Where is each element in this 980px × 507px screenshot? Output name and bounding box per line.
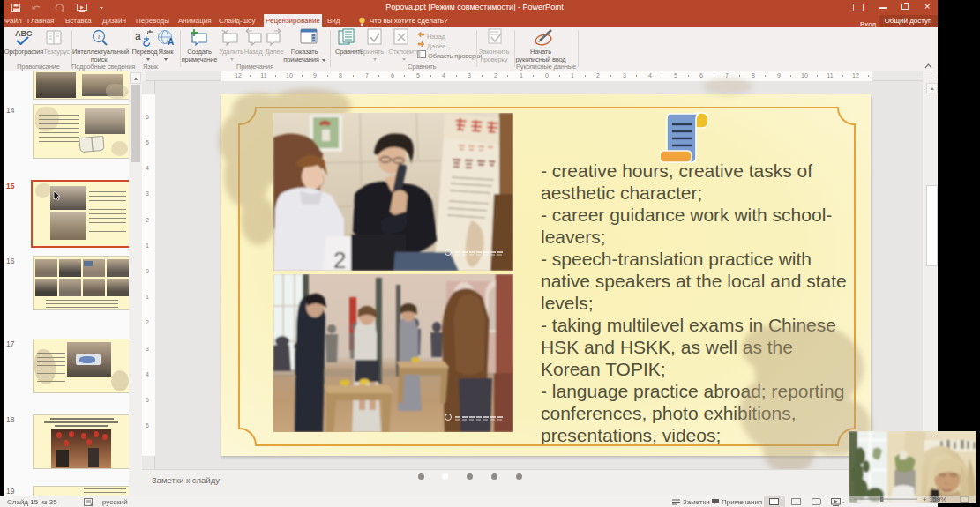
svg-text:2: 2 [333, 247, 346, 271]
svg-text:A: A [168, 37, 174, 47]
svg-text:a: a [135, 30, 141, 42]
svg-text:+ 159%: + 159% [923, 496, 946, 503]
svg-text:i: i [98, 32, 101, 41]
